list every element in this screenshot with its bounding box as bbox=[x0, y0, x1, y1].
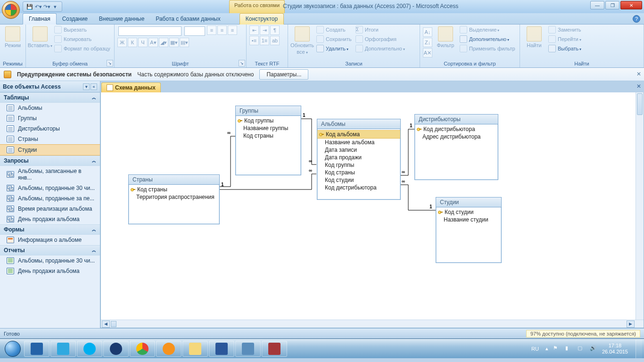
tab-dbtools[interactable]: Работа с базами данных bbox=[150, 14, 226, 24]
copy-button[interactable]: Копировать bbox=[53, 35, 111, 43]
new-record-button[interactable]: Создать bbox=[315, 25, 353, 34]
nav-item[interactable]: День продажи альбома bbox=[0, 266, 100, 276]
nav-item[interactable]: Студии bbox=[0, 144, 100, 156]
help-icon[interactable]: ? bbox=[633, 15, 640, 23]
spelling-button[interactable]: Орфография bbox=[355, 35, 406, 43]
align-left-icon[interactable]: ≡ bbox=[207, 25, 216, 35]
nav-item[interactable]: День продажи альбома bbox=[0, 214, 100, 224]
show-desktop-button[interactable] bbox=[636, 339, 642, 358]
cut-button[interactable]: Вырезать bbox=[53, 25, 111, 34]
ltr-icon[interactable]: ¶ bbox=[270, 25, 280, 35]
decrease-indent-icon[interactable]: ⇤ bbox=[249, 25, 259, 35]
table-field[interactable]: Код альбома bbox=[317, 130, 400, 139]
tray-flag-icon[interactable]: ⚑ bbox=[553, 345, 561, 353]
nav-reports-header[interactable]: Отчеты︽ bbox=[0, 245, 100, 255]
taskbar-app-3[interactable] bbox=[103, 341, 129, 357]
table-field[interactable]: Код группы bbox=[317, 161, 400, 169]
scroll-left-icon[interactable]: ◀ bbox=[102, 321, 110, 328]
highlight-icon[interactable]: ab bbox=[270, 36, 280, 45]
taskbar-app-aimp[interactable] bbox=[156, 341, 182, 357]
horizontal-scrollbar[interactable]: ◀ ▶ bbox=[101, 320, 644, 328]
tablebox-distrib[interactable]: Дистрибьюторы Код дистрибьютораАдрес дис… bbox=[414, 114, 498, 180]
maximize-button[interactable]: ❐ bbox=[605, 1, 619, 9]
table-field[interactable]: Адрес дистрибьютора bbox=[415, 133, 498, 140]
nav-item[interactable]: Альбомы, проданные за пе... bbox=[0, 193, 100, 204]
taskbar-app-magnifier[interactable] bbox=[235, 341, 261, 357]
increase-indent-icon[interactable]: ⇥ bbox=[260, 25, 269, 35]
nav-header[interactable]: Все объекты Access ▾« bbox=[0, 81, 100, 92]
selection-filter-button[interactable]: Выделение bbox=[459, 25, 516, 34]
tray-language[interactable]: RU bbox=[529, 345, 541, 353]
totals-button[interactable]: ΣИтоги bbox=[355, 25, 406, 34]
table-field[interactable]: Код студии bbox=[436, 208, 501, 216]
tablebox-countries[interactable]: Страны Код страныТерритория распростране… bbox=[128, 174, 220, 224]
tablebox-studios[interactable]: Студии Код студииНазвание студии bbox=[436, 197, 502, 263]
tab-designer[interactable]: Конструктор bbox=[239, 13, 284, 25]
scroll-right-icon[interactable]: ▶ bbox=[627, 321, 635, 328]
tablebox-groups[interactable]: Группы Код группыНазвание группыКод стра… bbox=[235, 106, 301, 175]
table-field[interactable]: Название альбома bbox=[317, 139, 400, 146]
taskbar-app-chrome[interactable] bbox=[130, 341, 155, 357]
table-field[interactable]: Название студии bbox=[436, 216, 501, 223]
underline-button[interactable]: Ч bbox=[138, 38, 148, 47]
tablebox-albums[interactable]: Альбомы Код альбомаНазвание альбомаДата … bbox=[317, 119, 401, 200]
taskbar-app-1[interactable] bbox=[24, 341, 50, 357]
vertical-scrollbar[interactable] bbox=[636, 92, 644, 320]
delete-record-button[interactable]: Удалить bbox=[315, 44, 353, 53]
nav-tables-header[interactable]: Таблицы︽ bbox=[0, 92, 100, 103]
sort-asc-icon[interactable]: A↓ bbox=[423, 27, 432, 37]
fill-color-icon[interactable]: ◢▾ bbox=[159, 38, 168, 47]
table-field[interactable]: Код страны bbox=[129, 186, 219, 193]
toggle-filter-button[interactable]: Применить фильтр bbox=[459, 44, 516, 53]
tray-volume-icon[interactable]: 🔊 bbox=[590, 345, 597, 353]
nav-item[interactable]: Альбомы bbox=[0, 103, 100, 113]
start-button[interactable] bbox=[2, 340, 24, 358]
table-field[interactable]: Код дистрибьютора bbox=[415, 125, 498, 133]
table-field[interactable]: Территория распространения bbox=[129, 193, 219, 201]
tray-battery-icon[interactable]: ▢ bbox=[578, 345, 585, 353]
nav-item[interactable]: Альбомы, проданные 30 чи... bbox=[0, 183, 100, 193]
nav-dropdown-icon[interactable]: ▾ bbox=[83, 83, 90, 90]
taskbar-app-word[interactable] bbox=[209, 341, 234, 357]
save-record-button[interactable]: Сохранить bbox=[315, 35, 353, 43]
bullets-icon[interactable]: •≡ bbox=[249, 36, 259, 45]
align-center-icon[interactable]: ≡ bbox=[217, 25, 227, 35]
table-field[interactable]: Код дистрибьютора bbox=[317, 184, 400, 191]
replace-button[interactable]: Заменить bbox=[547, 25, 582, 34]
qat-customize-icon[interactable]: ▾ bbox=[51, 3, 59, 10]
format-painter-button[interactable]: Формат по образцу bbox=[53, 44, 111, 53]
nav-item[interactable]: Информация о альбоме bbox=[0, 235, 100, 245]
alt-fill-icon[interactable]: ▤▾ bbox=[180, 38, 189, 47]
taskbar-app-skype[interactable] bbox=[77, 341, 102, 357]
taskbar-app-access[interactable] bbox=[262, 341, 287, 357]
sort-desc-icon[interactable]: Z↓ bbox=[423, 38, 432, 47]
tray-show-hidden-icon[interactable]: ▴ bbox=[545, 346, 548, 352]
font-color-icon[interactable]: A▾ bbox=[149, 38, 158, 47]
tab-home[interactable]: Главная bbox=[23, 13, 57, 25]
advanced-filter-button[interactable]: Дополнительно bbox=[459, 35, 516, 43]
find-button[interactable]: Найти bbox=[523, 25, 545, 49]
relationships-canvas[interactable]: 1 ∞ 1 ∞ ∞ ∞ 1 ∞ 1 Группы Код группыНазва… bbox=[100, 92, 644, 328]
view-button[interactable]: Режим bbox=[3, 25, 23, 49]
taskbar-app-explorer[interactable] bbox=[182, 341, 208, 357]
doc-tab-schema[interactable]: Схема данных bbox=[101, 82, 161, 92]
italic-button[interactable]: К bbox=[128, 38, 137, 47]
taskbar-app-2[interactable] bbox=[50, 341, 76, 357]
table-field[interactable]: Код студии bbox=[317, 176, 400, 184]
tab-create[interactable]: Создание bbox=[57, 14, 93, 24]
clear-sort-icon[interactable]: A✕ bbox=[423, 48, 432, 58]
nav-item[interactable]: Время реализации альбома bbox=[0, 204, 100, 214]
table-field[interactable]: Код страны bbox=[317, 169, 400, 176]
more-button[interactable]: Дополнительно bbox=[355, 44, 406, 53]
nav-forms-header[interactable]: Формы︽ bbox=[0, 224, 100, 235]
save-icon[interactable]: 💾 bbox=[26, 3, 33, 10]
paste-button[interactable]: Вставить bbox=[29, 25, 51, 49]
undo-icon[interactable]: ↶▾ bbox=[34, 3, 42, 10]
security-close-icon[interactable]: ✕ bbox=[636, 71, 641, 77]
nav-item[interactable]: Альбомы, записанные в янв... bbox=[0, 166, 100, 183]
nav-collapse-icon[interactable]: « bbox=[91, 83, 97, 90]
office-button[interactable] bbox=[2, 1, 20, 19]
font-family-combo[interactable] bbox=[118, 26, 182, 36]
table-field[interactable]: Код страны bbox=[236, 132, 301, 140]
tab-external[interactable]: Внешние данные bbox=[93, 14, 150, 24]
